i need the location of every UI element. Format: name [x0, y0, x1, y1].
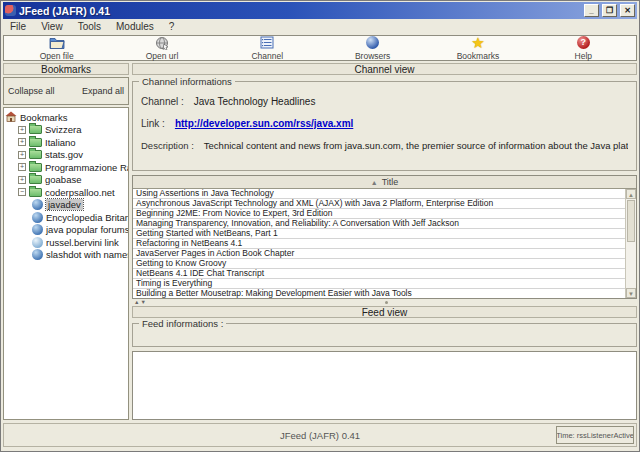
- channel-row: Channel : Java Technology Headlines: [141, 96, 628, 107]
- tree-feed-britannica[interactable]: Encyclopedia Britannica: [5, 211, 127, 224]
- bookmarks-tree[interactable]: Bookmarks + Svizzera + Italiano + stats.…: [3, 107, 129, 420]
- collapse-all-button[interactable]: Collapse all: [8, 86, 55, 96]
- title-column-label: Title: [382, 177, 399, 187]
- folder-icon: [29, 175, 42, 184]
- tree-folder-label: Programmazione Rawel: [45, 162, 129, 173]
- tree-feed-javadev[interactable]: javadev: [5, 199, 127, 212]
- tree-feed-label: Encyclopedia Britannica: [46, 212, 129, 223]
- minimize-button[interactable]: _: [584, 4, 599, 17]
- sort-asc-icon: ▲: [371, 179, 378, 186]
- expand-handle-icon[interactable]: +: [18, 126, 26, 134]
- article-row[interactable]: Beginning J2ME: From Novice to Expert, 3…: [133, 209, 625, 219]
- status-listener-cell: Time: rssListenerActive: [556, 426, 634, 444]
- tree-folder-coderpsalloo[interactable]: − coderpsalloo.net: [5, 186, 127, 199]
- tree-folder-label: stats.gov: [45, 149, 83, 160]
- expand-handle-icon[interactable]: +: [18, 138, 26, 146]
- article-row[interactable]: Getting Started with NetBeans, Part 1: [133, 229, 625, 239]
- folder-icon: [29, 163, 42, 172]
- folder-icon: [29, 138, 42, 147]
- article-row[interactable]: JavaServer Pages in Action Book Chapter: [133, 249, 625, 259]
- article-row[interactable]: NetBeans 4.1 IDE Chat Transcript: [133, 269, 625, 279]
- menu-tools[interactable]: Tools: [78, 21, 101, 32]
- expand-handle-icon[interactable]: +: [18, 163, 26, 171]
- title-column-header[interactable]: ▲ Title: [133, 176, 636, 189]
- menu-help[interactable]: ?: [169, 21, 175, 32]
- feed-informations-legend: Feed informations :: [139, 318, 226, 329]
- browsers-label: Browsers: [355, 51, 390, 61]
- channel-informations-legend: Channel informations: [139, 76, 235, 87]
- channel-value: Java Technology Headlines: [194, 96, 316, 107]
- channel-label: Channel :: [141, 96, 184, 107]
- link-label: Link :: [141, 118, 165, 129]
- channel-button[interactable]: Channel: [227, 36, 307, 61]
- tree-folder-goabase[interactable]: + goabase: [5, 174, 127, 187]
- bookmarks-button[interactable]: ★ Bookmarks: [438, 36, 518, 61]
- article-row[interactable]: Timing is Everything: [133, 279, 625, 289]
- bookmarks-label: Bookmarks: [457, 51, 500, 61]
- splitter-down-icon[interactable]: ▼: [140, 300, 146, 305]
- status-app-label: JFeed (JAFR) 0.41: [280, 430, 360, 441]
- feed-content-area[interactable]: [132, 351, 637, 420]
- scroll-up-icon[interactable]: ▲: [626, 189, 636, 199]
- tree-folder-italiano[interactable]: + Italiano: [5, 136, 127, 149]
- tree-folder-label: goabase: [45, 174, 81, 185]
- tree-folder-label: coderpsalloo.net: [45, 187, 115, 198]
- splitter-handle[interactable]: [385, 301, 388, 304]
- article-row[interactable]: Refactoring in NetBeans 4.1: [133, 239, 625, 249]
- tree-feed-java-forums[interactable]: java popular forums: [5, 224, 127, 237]
- expand-handle-icon[interactable]: +: [18, 151, 26, 159]
- tree-feed-label-selected: javadev: [46, 199, 83, 210]
- tree-feed-slashdot[interactable]: slashdot with namespace: [5, 249, 127, 262]
- tree-root[interactable]: Bookmarks: [5, 111, 127, 124]
- menu-modules[interactable]: Modules: [116, 21, 154, 32]
- scroll-down-icon[interactable]: ▼: [626, 288, 636, 298]
- open-url-button[interactable]: Open url: [122, 36, 202, 61]
- open-url-label: Open url: [146, 51, 179, 61]
- app-window: JFeed (JAFR) 0.41 _ ❐ ✕ File View Tools …: [0, 0, 640, 452]
- tree-feed-label: java popular forums: [46, 224, 129, 235]
- bookmarks-star-icon: ★: [471, 36, 484, 50]
- menu-file[interactable]: File: [10, 21, 26, 32]
- channel-link[interactable]: http://developer.sun.com/rss/java.xml: [175, 118, 353, 129]
- scrollbar-thumb[interactable]: [627, 200, 635, 242]
- maximize-button[interactable]: ❐: [602, 4, 617, 17]
- collapse-handle-icon[interactable]: −: [18, 188, 26, 196]
- table-scrollbar[interactable]: ▲ ▼: [625, 189, 636, 298]
- titlebar: JFeed (JAFR) 0.41 _ ❐ ✕: [3, 2, 637, 19]
- channel-view-panel: Channel view Channel informations Channe…: [132, 63, 637, 420]
- tree-feed-label: russel.bervini link: [46, 237, 119, 248]
- folder-icon: [29, 125, 42, 134]
- feed-icon: [32, 249, 43, 260]
- bookmarks-panel: Bookmarks Collapse all Expand all Bookma…: [3, 63, 129, 420]
- description-row: Description : Technical content and news…: [141, 140, 628, 151]
- statusbar: JFeed (JAFR) 0.41 Time: rssListenerActiv…: [3, 423, 637, 447]
- article-row[interactable]: Managing Transparency, Innovation, and R…: [133, 219, 625, 229]
- browsers-button[interactable]: Browsers: [333, 36, 413, 61]
- close-button[interactable]: ✕: [620, 4, 635, 17]
- article-row[interactable]: Getting to Know Groovy: [133, 259, 625, 269]
- tree-folder-svizzera[interactable]: + Svizzera: [5, 124, 127, 137]
- tree-folder-stats-gov[interactable]: + stats.gov: [5, 149, 127, 162]
- expand-handle-icon[interactable]: +: [18, 176, 26, 184]
- help-label: Help: [575, 51, 592, 61]
- expand-all-button[interactable]: Expand all: [82, 86, 124, 96]
- article-row[interactable]: Using Assertions in Java Technology: [133, 189, 625, 199]
- open-file-button[interactable]: Open file: [17, 36, 97, 61]
- articles-table: ▲ Title Using Assertions in Java Technol…: [132, 175, 637, 299]
- article-row[interactable]: Asynchronous JavaScript Technology and X…: [133, 199, 625, 209]
- feed-view-header: Feed view: [132, 306, 637, 318]
- description-value: Technical content and news from java.sun…: [204, 140, 628, 151]
- menu-view[interactable]: View: [41, 21, 63, 32]
- article-row[interactable]: Building a Better Mousetrap: Making Deve…: [133, 289, 625, 299]
- help-button[interactable]: ? Help: [543, 36, 623, 61]
- help-icon: ?: [577, 36, 590, 50]
- tree-folder-label: Italiano: [45, 137, 76, 148]
- tree-folder-programmazione[interactable]: + Programmazione Rawel: [5, 161, 127, 174]
- tree-folder-label: Svizzera: [45, 124, 81, 135]
- tree-feed-label: slashdot with namespace: [46, 249, 129, 260]
- channel-informations-group: Channel informations Channel : Java Tech…: [132, 81, 637, 171]
- tree-feed-russel-bervini[interactable]: russel.bervini link: [5, 236, 127, 249]
- feed-icon: [32, 212, 43, 223]
- horizontal-splitter[interactable]: ▲ ▼: [132, 299, 637, 306]
- feed-icon: [32, 199, 43, 210]
